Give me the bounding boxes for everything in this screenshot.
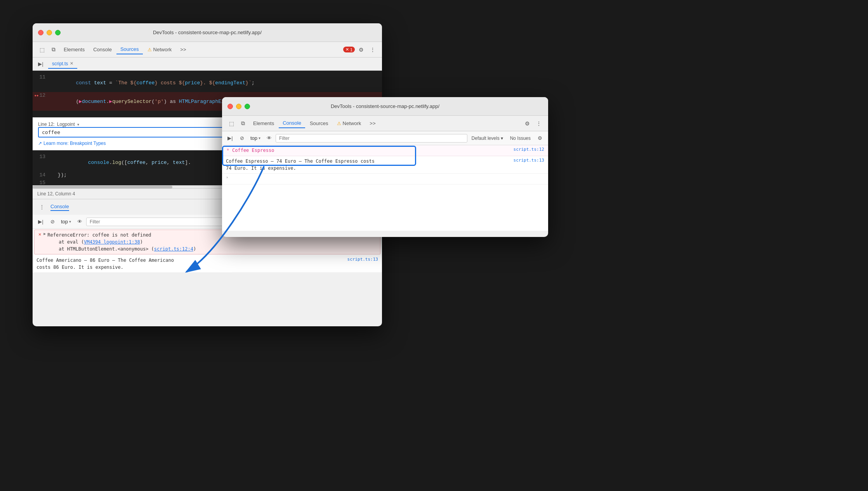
script-link-12-4[interactable]: script.ts:12:4: [154, 246, 193, 252]
line-number-11: 11: [33, 74, 50, 80]
sidebar-toggle-btn[interactable]: ▶|: [36, 59, 46, 69]
scrollbar-thumb[interactable]: [33, 186, 172, 188]
line-number-12: ●●12: [33, 92, 50, 98]
americano-log-text: Coffee Americano – 86 Euro – The Coffee …: [36, 257, 344, 271]
window-title-2: DevTools - consistent-source-map-pc.netl…: [331, 103, 439, 109]
file-tabbar: ▶| script.ts ✕: [33, 57, 382, 71]
elements-icon[interactable]: ⬚: [36, 44, 47, 55]
log-entry-americano: Coffee Americano – 86 Euro – The Coffee …: [33, 255, 382, 273]
console-context-select[interactable]: top ▾: [59, 218, 73, 226]
error-entry-icon: ✕: [38, 232, 41, 237]
error-badge[interactable]: ✕ 1: [343, 47, 355, 52]
coffee-espresso-icon: ⚬: [226, 147, 230, 152]
espresso-log-text-2: Coffee Espresso – 74 Euro – The Coffee E…: [226, 158, 510, 172]
expand-arrow-icon[interactable]: ▶: [43, 232, 46, 236]
device-icon[interactable]: ⧉: [48, 44, 59, 55]
error-x-icon: ✕: [345, 47, 349, 52]
console-eye-icon[interactable]: 👁: [75, 217, 85, 227]
window-title: DevTools - consistent-source-map-pc.netl…: [153, 30, 262, 35]
devtools-window-console: DevTools - consistent-source-map-pc.netl…: [222, 97, 548, 237]
maximize-button-2[interactable]: [245, 104, 250, 109]
settings-icon-2[interactable]: ⚙: [522, 118, 533, 129]
tab-console[interactable]: Console: [89, 45, 116, 54]
tab-console-2[interactable]: Console: [279, 118, 305, 128]
close-button[interactable]: [38, 30, 43, 35]
no-issues-label-2: No Issues: [507, 134, 533, 142]
traffic-lights: [38, 30, 61, 35]
cursor-position: Line 12, Column 4: [37, 191, 75, 197]
logpoint-dropdown-icon[interactable]: ▾: [77, 122, 79, 127]
traffic-lights-2: [227, 104, 250, 109]
titlebar-console: DevTools - consistent-source-map-pc.netl…: [222, 97, 548, 116]
context-dropdown-icon-2: ▾: [259, 136, 260, 140]
close-button-2[interactable]: [227, 104, 233, 109]
file-tab-close-icon[interactable]: ✕: [70, 61, 73, 66]
americano-script-link[interactable]: script.ts:13: [347, 257, 378, 262]
external-link-icon: ↗: [38, 141, 42, 146]
eye-icon-2[interactable]: 👁: [264, 133, 274, 143]
filter-input-2[interactable]: [276, 134, 467, 143]
titlebar-sources: DevTools - consistent-source-map-pc.netl…: [33, 23, 382, 42]
tab-network-2[interactable]: ⚠ Network: [333, 119, 365, 128]
tab-sources[interactable]: Sources: [116, 45, 143, 54]
levels-dropdown-icon-2: ▾: [501, 136, 503, 141]
line-number-13: 13: [33, 154, 50, 160]
console-clear-icon[interactable]: ⊘: [47, 217, 57, 227]
console-toolbar-2: ▶| ⊘ top ▾ 👁 Default levels ▾ No Issues …: [222, 131, 548, 145]
logpoint-type-label: Logpoint: [57, 122, 75, 127]
tab-network[interactable]: ⚠ Network: [144, 45, 176, 54]
espresso-script-link-2[interactable]: script.ts:13: [514, 158, 544, 163]
more-icon-2[interactable]: ⋮: [533, 118, 544, 129]
console-sidebar-icon[interactable]: ▶|: [36, 217, 46, 227]
espresso-log-text: Coffee Espresso: [232, 147, 510, 154]
file-tab-label: script.ts: [52, 61, 68, 66]
log-entry-expand: ›: [222, 174, 548, 185]
console-tab-label[interactable]: Console: [50, 204, 69, 211]
minimize-button[interactable]: [47, 30, 52, 35]
tab-elements[interactable]: Elements: [60, 45, 89, 54]
warning-icon-2: ⚠: [337, 121, 341, 126]
minimize-button-2[interactable]: [236, 104, 241, 109]
device-icon-2[interactable]: ⧉: [238, 118, 248, 129]
line-content-11: const text = `The ${coffee} costs ${pric…: [50, 74, 382, 92]
context-select-2[interactable]: top ▾: [248, 134, 262, 142]
expand-row-icon[interactable]: ›: [226, 175, 228, 179]
console-settings-icon-2[interactable]: ⚙: [535, 133, 545, 143]
settings-icon[interactable]: ⚙: [356, 44, 366, 55]
tab-elements-2[interactable]: Elements: [249, 119, 278, 128]
context-dropdown-icon: ▾: [69, 219, 71, 224]
console-more-icon[interactable]: ⋮: [36, 202, 47, 212]
error-count: 1: [350, 47, 352, 52]
elements-icon-2[interactable]: ⬚: [226, 118, 237, 129]
maximize-button[interactable]: [55, 30, 61, 35]
tab-more[interactable]: >>: [176, 45, 190, 54]
clear-icon-2[interactable]: ⊘: [237, 133, 247, 143]
espresso-script-link[interactable]: script.ts:12: [514, 147, 544, 152]
line-number-15: 15: [33, 180, 50, 186]
logpoint-line-label: Line 12:: [38, 122, 55, 127]
sidebar-icon-2[interactable]: ▶|: [225, 133, 235, 143]
console-log-area-w2: ⚬ Coffee Espresso script.ts:12 Coffee Es…: [222, 145, 548, 231]
code-line-11: 11 const text = `The ${coffee} costs ${p…: [33, 74, 382, 92]
warning-icon: ⚠: [148, 47, 152, 52]
file-tab-script[interactable]: script.ts ✕: [48, 59, 77, 69]
main-toolbar-2: ⬚ ⧉ Elements Console Sources ⚠ Network >…: [222, 116, 548, 131]
more-icon[interactable]: ⋮: [367, 44, 378, 55]
tab-more-2[interactable]: >>: [366, 119, 379, 128]
line-number-14: 14: [33, 172, 50, 178]
tab-sources-2[interactable]: Sources: [306, 119, 332, 128]
log-entry-espresso-2: Coffee Espresso – 74 Euro – The Coffee E…: [222, 156, 548, 174]
vm-link[interactable]: VM4394 logpoint:1:38: [84, 239, 140, 245]
log-entry-espresso: ⚬ Coffee Espresso script.ts:12: [222, 145, 548, 156]
levels-button-2[interactable]: Default levels ▾: [469, 134, 506, 142]
main-toolbar: ⬚ ⧉ Elements Console Sources ⚠ Network >…: [33, 42, 382, 57]
